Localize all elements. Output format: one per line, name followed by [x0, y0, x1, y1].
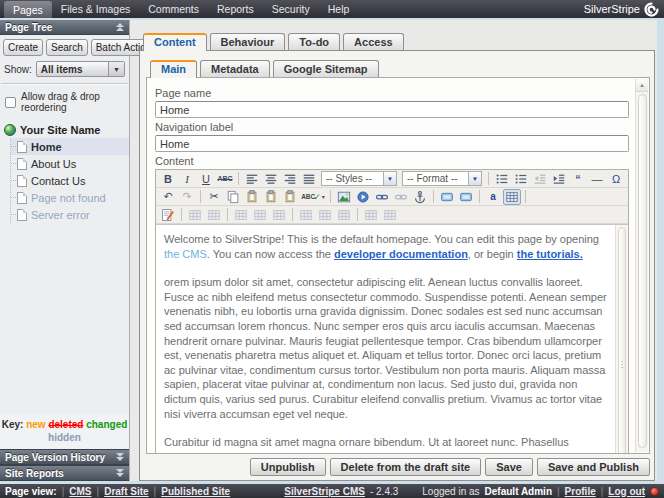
unpublish-button[interactable]: Unpublish [250, 458, 326, 476]
nav-item-pages[interactable]: Pages [4, 1, 52, 18]
form-scrollbar-thumb[interactable] [638, 94, 647, 448]
anchor-icon[interactable] [411, 189, 429, 205]
align-center-icon[interactable] [262, 171, 280, 187]
page-name-input[interactable] [155, 101, 629, 118]
silverstripe-cms-link[interactable]: SilverStripe CMS [284, 486, 365, 497]
drag-drop-checkbox[interactable] [5, 97, 16, 108]
logout-link[interactable]: Log out [608, 486, 645, 497]
redo-icon[interactable]: ↷ [178, 189, 196, 205]
table-row-properties-icon[interactable] [186, 207, 204, 223]
paste-icon[interactable] [243, 189, 261, 205]
nav-item-comments[interactable]: Comments [139, 0, 208, 18]
tree-item-about-us[interactable]: About Us [11, 155, 129, 172]
copy-icon[interactable] [224, 189, 242, 205]
insert-table-icon[interactable] [503, 189, 521, 205]
insert-link-icon[interactable] [373, 189, 391, 205]
nav-item-files-images[interactable]: Files & Images [52, 0, 139, 18]
align-justify-icon[interactable] [300, 171, 318, 187]
spellcheck-icon[interactable]: ABC✓▾ [300, 189, 326, 205]
expand-panel-icon[interactable] [116, 453, 124, 462]
nav-item-help[interactable]: Help [319, 0, 359, 18]
developer-documentation-link[interactable]: developer documentation [334, 248, 468, 260]
italic-icon[interactable]: I [178, 171, 196, 187]
subtab-main[interactable]: Main [150, 60, 197, 78]
tab-access[interactable]: Access [343, 33, 404, 51]
page-tree-header[interactable]: Page Tree [0, 20, 129, 35]
save-button[interactable]: Save [485, 458, 533, 476]
styles-dropdown[interactable]: -- Styles -- ▼ [321, 171, 397, 186]
create-button[interactable]: Create [3, 39, 43, 56]
dropdown-arrow-icon[interactable]: ▼ [108, 62, 124, 76]
navigation-label-input[interactable] [155, 135, 629, 152]
cms-view-link[interactable]: CMS [69, 486, 91, 497]
insert-column-after-icon[interactable] [316, 207, 334, 223]
editor-content[interactable]: Welcome to SilverStripe! This is the def… [156, 224, 628, 453]
insert-row-after-icon[interactable] [251, 207, 269, 223]
editor-scrollbar-thumb[interactable] [618, 227, 626, 453]
indent-icon[interactable] [550, 171, 568, 187]
tree-root-your-site-name[interactable]: Your Site Name [0, 122, 129, 138]
image-button-icon[interactable] [438, 189, 456, 205]
delete-column-icon[interactable] [335, 207, 353, 223]
search-button[interactable]: Search [46, 39, 88, 56]
tree-item-home[interactable]: Home [11, 138, 129, 155]
tree-item-server-error[interactable]: Server error [11, 206, 129, 223]
nav-item-security[interactable]: Security [263, 0, 319, 18]
format-dropdown[interactable]: -- Format -- ▼ [402, 171, 482, 186]
nav-item-reports[interactable]: Reports [208, 0, 263, 18]
blockquote-icon[interactable]: “ [569, 171, 587, 187]
published-site-link[interactable]: Published Site [161, 486, 230, 497]
outdent-icon[interactable] [531, 171, 549, 187]
subtab-google-sitemap[interactable]: Google Sitemap [273, 60, 379, 78]
table-cell-properties-icon[interactable] [205, 207, 223, 223]
align-left-icon[interactable] [243, 171, 261, 187]
cms-link[interactable]: the CMS [164, 248, 207, 260]
save-and-publish-button[interactable]: Save and Publish [537, 458, 650, 476]
editor-text[interactable]: Welcome to SilverStripe! This is the def… [156, 225, 615, 453]
attributes-icon[interactable]: a [484, 189, 502, 205]
site-reports-panel[interactable]: Site Reports [0, 465, 129, 481]
undo-icon[interactable]: ↶ [159, 189, 177, 205]
draft-site-link[interactable]: Draft Site [104, 486, 148, 497]
bullet-list-icon[interactable] [493, 171, 511, 187]
scroll-up-arrow-icon[interactable]: ▲ [636, 79, 648, 92]
align-right-icon[interactable] [281, 171, 299, 187]
expand-panel-icon[interactable] [116, 469, 124, 478]
insert-image-icon[interactable] [335, 189, 353, 205]
merge-cells-icon[interactable] [381, 207, 399, 223]
delete-row-icon[interactable] [270, 207, 288, 223]
tab-content[interactable]: Content [143, 33, 207, 51]
tab-behaviour[interactable]: Behaviour [210, 33, 286, 51]
page-version-history-panel[interactable]: Page Version History [0, 449, 129, 465]
subtab-metadata[interactable]: Metadata [200, 60, 270, 78]
cut-icon[interactable]: ✂ [205, 189, 223, 205]
numbered-list-icon[interactable] [512, 171, 530, 187]
unlink-icon[interactable] [392, 189, 410, 205]
strikethrough-icon[interactable]: ABC [216, 171, 234, 187]
tutorials-link[interactable]: the tutorials. [517, 248, 583, 260]
show-filter-dropdown[interactable]: All items ▼ [36, 61, 125, 77]
insert-column-before-icon[interactable] [297, 207, 315, 223]
insert-media-icon[interactable] [354, 189, 372, 205]
paste-as-text-icon[interactable] [262, 189, 280, 205]
collapse-panel-icon[interactable] [116, 23, 124, 32]
tree-item-contact-us[interactable]: Contact Us [11, 172, 129, 189]
insert-row-before-icon[interactable] [232, 207, 250, 223]
tab-todo[interactable]: To-do [288, 33, 340, 51]
flash-button-icon[interactable] [457, 189, 475, 205]
split-cells-icon[interactable] [362, 207, 380, 223]
dropdown-arrow-icon[interactable]: ▼ [468, 172, 481, 185]
bold-icon[interactable]: B [159, 171, 177, 187]
brand-label: SilverStripe [584, 3, 640, 15]
horizontal-rule-icon[interactable]: — [588, 171, 606, 187]
profile-link[interactable]: Profile [565, 486, 596, 497]
editor-scrollbar[interactable] [615, 225, 628, 453]
tree-item-page-not-found[interactable]: Page not found [11, 189, 129, 206]
delete-from-draft-button[interactable]: Delete from the draft site [330, 458, 482, 476]
form-scrollbar[interactable]: ▲ [635, 79, 648, 452]
special-character-icon[interactable]: Ω [607, 171, 625, 187]
edit-html-icon[interactable] [159, 207, 177, 223]
paste-from-word-icon[interactable] [281, 189, 299, 205]
dropdown-arrow-icon[interactable]: ▼ [383, 172, 396, 185]
underline-icon[interactable]: U [197, 171, 215, 187]
